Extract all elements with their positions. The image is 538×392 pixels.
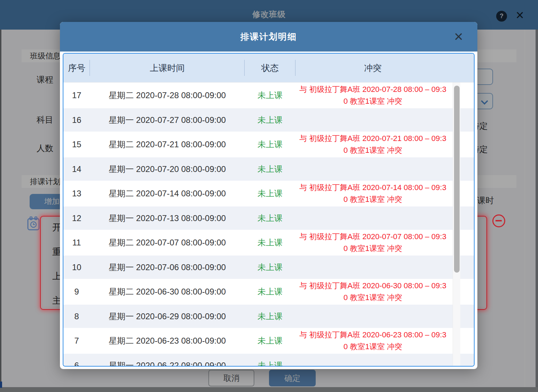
table-row[interactable]: 9星期二 2020-06-30 08:00-09:00未上课与 初级拉丁舞A班 …	[63, 279, 474, 305]
remove-schedule-icon[interactable]	[492, 214, 505, 227]
table-cell-c1: 8	[63, 312, 90, 321]
table-row[interactable]: 17星期二 2020-07-28 08:00-09:00未上课与 初级拉丁舞A班…	[63, 83, 474, 108]
table-cell-c3: 未上课	[245, 286, 295, 297]
table-cell-c2: 星期一 2020-07-06 08:00-09:00	[90, 262, 245, 273]
table-row[interactable]: 12星期一 2020-07-13 08:00-09:00未上课	[63, 206, 474, 230]
table-row[interactable]: 8星期一 2020-06-29 08:00-09:00未上课	[63, 305, 474, 328]
schedule-table: 序号 上课时间 状态 冲突 17星期二 2020-07-28 08:00-09:…	[63, 53, 475, 367]
table-cell-c1: 15	[63, 140, 90, 149]
table-cell-c3: 未上课	[245, 360, 295, 367]
table-cell-c1: 13	[63, 189, 90, 198]
table-scrollbar[interactable]	[453, 83, 460, 366]
table-cell-c1: 7	[63, 336, 90, 346]
table-cell-c3: 未上课	[245, 237, 295, 248]
table-cell-c3: 未上课	[245, 311, 295, 322]
table-cell-c2: 星期一 2020-06-22 08:00-09:00	[90, 360, 245, 367]
table-row[interactable]: 15星期二 2020-07-21 08:00-09:00未上课与 初级拉丁舞A班…	[63, 132, 474, 157]
table-rows: 17星期二 2020-07-28 08:00-09:00未上课与 初级拉丁舞A班…	[63, 83, 474, 367]
modal-close-icon[interactable]: ×	[451, 28, 466, 46]
table-row[interactable]: 11星期二 2020-07-07 08:00-09:00未上课与 初级拉丁舞A班…	[63, 230, 474, 256]
column-header-status: 状态	[245, 62, 295, 74]
table-cell-c4: 与 初级拉丁舞A班 2020-07-28 08:00 – 09:30 教室1课室…	[295, 84, 450, 107]
table-cell-c2: 星期一 2020-07-13 08:00-09:00	[90, 213, 245, 224]
table-header-row: 序号 上课时间 状态 冲突	[63, 54, 474, 83]
table-cell-c2: 星期一 2020-06-29 08:00-09:00	[90, 311, 245, 322]
table-cell-c3: 未上课	[245, 115, 295, 126]
table-cell-c4: 与 初级拉丁舞A班 2020-06-30 08:00 – 09:30 教室1课室…	[295, 280, 450, 304]
table-cell-c3: 未上课	[245, 213, 295, 224]
column-header-conflict: 冲突	[295, 62, 450, 74]
table-row[interactable]: 16星期一 2020-07-27 08:00-09:00未上课	[63, 108, 474, 132]
table-cell-c2: 星期二 2020-07-07 08:00-09:00	[90, 237, 245, 248]
table-cell-c3: 未上课	[245, 164, 295, 175]
table-cell-c1: 10	[63, 262, 90, 272]
table-cell-c3: 未上课	[245, 262, 295, 273]
table-cell-c1: 9	[63, 287, 90, 297]
table-cell-c1: 17	[63, 91, 90, 100]
table-row[interactable]: 13星期二 2020-07-14 08:00-09:00未上课与 初级拉丁舞A班…	[63, 181, 474, 206]
table-cell-c2: 星期二 2020-07-21 08:00-09:00	[90, 139, 245, 150]
table-cell-c1: 11	[63, 238, 90, 248]
table-cell-c2: 星期二 2020-07-28 08:00-09:00	[90, 90, 245, 101]
table-row[interactable]: 6星期一 2020-06-22 08:00-09:00未上课	[63, 354, 474, 367]
column-header-no: 序号	[63, 62, 90, 74]
table-cell-c1: 6	[63, 361, 90, 367]
schedule-detail-modal: 排课计划明细 × 序号 上课时间 状态 冲突 17星期二 2020-07-28 …	[60, 22, 477, 369]
table-cell-c2: 星期一 2020-07-20 08:00-09:00	[90, 164, 245, 175]
table-cell-c4: 与 初级拉丁舞A班 2020-07-07 08:00 – 09:30 教室1课室…	[295, 231, 450, 254]
modal-title: 排课计划明细	[60, 22, 477, 52]
table-cell-c4: 与 初级拉丁舞A班 2020-06-23 08:00 – 09:30 教室1课室…	[295, 329, 450, 353]
column-header-time: 上课时间	[90, 62, 245, 74]
table-row[interactable]: 7星期二 2020-06-23 08:00-09:00未上课与 初级拉丁舞A班 …	[63, 328, 474, 354]
table-cell-c3: 未上课	[245, 90, 295, 101]
table-row[interactable]: 14星期一 2020-07-20 08:00-09:00未上课	[63, 157, 474, 181]
table-row[interactable]: 10星期一 2020-07-06 08:00-09:00未上课	[63, 256, 474, 279]
table-cell-c1: 12	[63, 213, 90, 223]
table-cell-c2: 星期一 2020-07-27 08:00-09:00	[90, 115, 245, 126]
table-cell-c3: 未上课	[245, 188, 295, 199]
table-cell-c3: 未上课	[245, 335, 295, 346]
table-cell-c3: 未上课	[245, 139, 295, 150]
table-cell-c4: 与 初级拉丁舞A班 2020-07-14 08:00 – 09:30 教室1课室…	[295, 182, 450, 205]
table-cell-c2: 星期二 2020-06-30 08:00-09:00	[90, 286, 245, 297]
table-cell-c2: 星期二 2020-06-23 08:00-09:00	[90, 335, 245, 346]
table-cell-c1: 14	[63, 164, 90, 174]
table-cell-c2: 星期二 2020-07-14 08:00-09:00	[90, 188, 245, 199]
table-cell-c4: 与 初级拉丁舞A班 2020-07-21 08:00 – 09:30 教室1课室…	[295, 133, 450, 156]
modal-header: 排课计划明细 ×	[60, 22, 477, 52]
table-cell-c1: 16	[63, 115, 90, 125]
scrollbar-thumb[interactable]	[454, 86, 460, 273]
